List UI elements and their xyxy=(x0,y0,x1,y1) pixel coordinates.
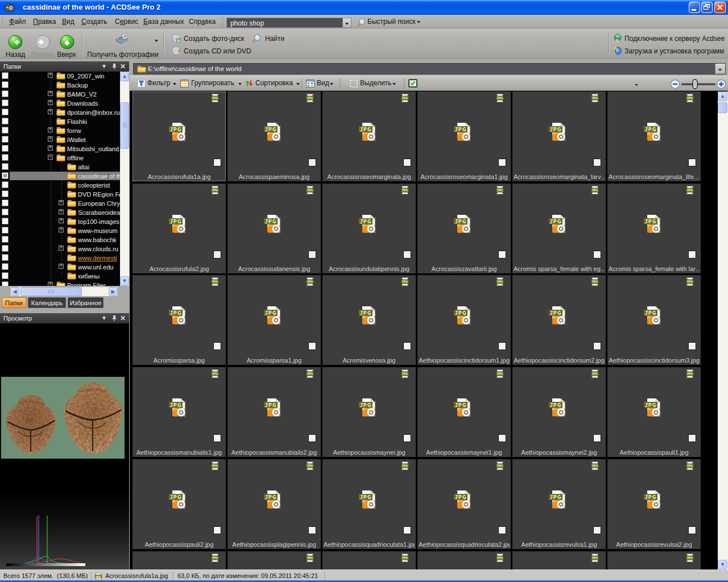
svg-text:JPG: JPG xyxy=(96,576,101,579)
